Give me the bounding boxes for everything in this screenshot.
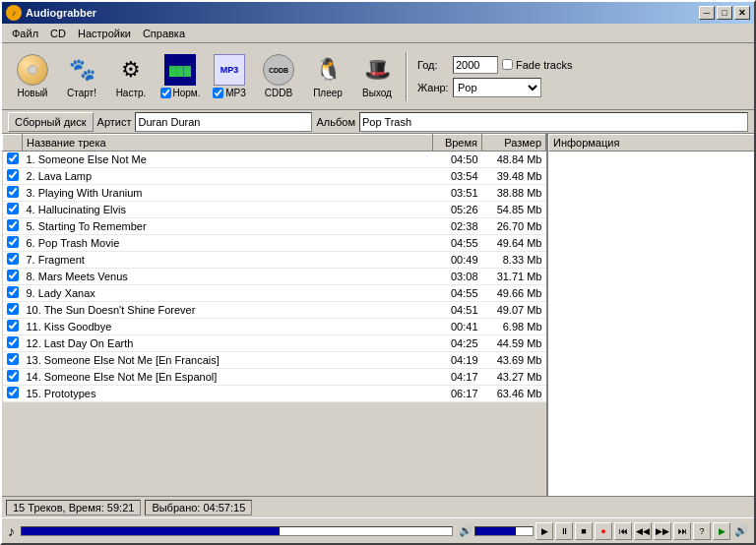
track-check-cell [3,269,23,285]
player-icon: 🐧 [312,54,344,86]
table-row[interactable]: 7. Fragment 00:49 8.33 Mb [3,252,546,269]
compilation-button[interactable]: Сборный диск [8,112,94,132]
pause-button[interactable]: ⏸ [555,522,573,540]
table-row[interactable]: 11. Kiss Goodbye 00:41 6.98 Mb [3,319,546,335]
maximize-button[interactable]: □ [717,6,732,20]
cddb-button[interactable]: CDDB CDDB [256,51,301,101]
player-button[interactable]: 🐧 Плеер [305,51,350,101]
prev-track-button[interactable]: ⏮ [614,522,632,540]
track-checkbox[interactable] [7,236,19,248]
scroll-area[interactable]: Название трека Время Размер 1. Someone E… [2,134,546,496]
menu-cd[interactable]: CD [44,26,72,41]
track-time: 04:19 [433,352,482,369]
track-check-cell [3,218,23,235]
new-button[interactable]: Новый [10,51,55,101]
table-row[interactable]: 2. Lava Lamp 03:54 39.48 Mb [3,168,546,185]
exit-button[interactable]: 🎩 Выход [354,51,400,101]
table-row[interactable]: 8. Mars Meets Venus 03:08 31.71 Mb [3,269,546,285]
cddb-label: CDDB [265,88,292,98]
artist-input[interactable] [135,112,312,132]
album-input[interactable] [359,112,748,132]
main-window: ♪ Audiograbber ─ □ ✕ Файл CD Настройки С… [0,0,756,545]
menu-help[interactable]: Справка [137,26,191,41]
menu-settings[interactable]: Настройки [72,26,137,41]
track-time: 04:17 [433,369,482,386]
track-size: 49.07 Mb [482,302,546,319]
arrow-button[interactable]: ▶ [713,522,730,540]
table-row[interactable]: 14. Someone Else Not Me [En Espanol] 04:… [3,369,546,386]
track-checkbox[interactable] [7,303,19,315]
next-button[interactable]: ▶▶ [654,522,671,540]
track-check-cell [3,168,23,185]
genre-row: Жанр: Pop Rock Jazz Classical Electronic [417,78,572,97]
track-checkbox[interactable] [7,370,19,382]
table-row[interactable]: 13. Someone Else Not Me [En Francais] 04… [3,352,546,369]
year-label: Год: [417,59,449,71]
table-row[interactable]: 1. Someone Else Not Me 04:50 48.84 Mb [3,151,546,168]
track-checkbox[interactable] [7,152,19,164]
track-checkbox[interactable] [7,286,19,298]
norm-button[interactable]: ▓▓▓ Норм. [158,51,203,101]
settings-label: Настр. [116,88,147,98]
record-button[interactable]: ● [595,522,612,540]
start-button[interactable]: 🐾 Старт! [59,51,104,101]
fade-label: Fade tracks [516,59,572,71]
table-row[interactable]: 12. Last Day On Earth 04:25 44.59 Mb [3,335,546,352]
app-icon: ♪ [6,5,22,21]
track-checkbox[interactable] [7,387,19,398]
volume-slider[interactable] [474,526,534,536]
table-row[interactable]: 10. The Sun Doesn't Shine Forever 04:51 … [3,302,546,319]
progress-bar[interactable] [21,526,453,536]
next-track-button[interactable]: ⏭ [673,522,691,540]
minimize-button[interactable]: ─ [699,6,715,20]
track-checkbox[interactable] [7,336,19,348]
track-size: 6.98 Mb [482,319,546,335]
mp3-checkbox[interactable] [213,88,223,98]
stop-button[interactable]: ■ [575,522,593,540]
track-size: 43.69 Mb [482,352,546,369]
info-bar: Сборный диск Артист Альбом [2,110,754,134]
fade-checkbox[interactable] [502,59,513,70]
table-row[interactable]: 9. Lady Xanax 04:55 49.66 Mb [3,285,546,302]
track-checkbox[interactable] [7,203,19,214]
settings-button[interactable]: ⚙ Настр. [108,51,154,101]
header-size: Размер [482,135,546,151]
year-input[interactable] [453,56,498,74]
menu-file[interactable]: Файл [6,26,44,41]
track-check-cell [3,151,23,168]
table-row[interactable]: 4. Hallucinating Elvis 05:26 54.85 Mb [3,202,546,218]
track-check-cell [3,302,23,319]
track-time: 04:50 [433,151,482,168]
track-checkbox[interactable] [7,169,19,181]
close-button[interactable]: ✕ [734,6,750,20]
track-name: 15. Prototypes [23,386,433,402]
track-checkbox[interactable] [7,219,19,231]
table-row[interactable]: 15. Prototypes 06:17 63.46 Mb [3,386,546,402]
music-note-icon: ♪ [8,523,15,539]
toolbar-separator [406,52,408,101]
table-row[interactable]: 5. Starting To Remember 02:38 26.70 Mb [3,218,546,235]
title-buttons: ─ □ ✕ [699,6,750,20]
settings-icon: ⚙ [115,54,147,86]
start-label: Старт! [67,88,96,98]
track-check-cell [3,185,23,202]
prev-button[interactable]: ◀◀ [634,522,652,540]
track-time: 04:51 [433,302,482,319]
genre-select[interactable]: Pop Rock Jazz Classical Electronic [453,78,541,97]
track-checkbox[interactable] [7,353,19,365]
norm-checkbox[interactable] [160,88,171,98]
track-checkbox[interactable] [7,186,19,198]
play-button[interactable]: ▶ [536,522,553,540]
track-check-cell [3,335,23,352]
toolbar-right: Год: Fade tracks Жанр: Pop Rock Jazz Cla… [417,56,572,97]
table-row[interactable]: 3. Playing With Uranium 03:51 38.88 Mb [3,185,546,202]
track-checkbox[interactable] [7,270,19,281]
question-button[interactable]: ? [693,522,711,540]
track-name: 6. Pop Trash Movie [23,235,433,252]
table-row[interactable]: 6. Pop Trash Movie 04:55 49.64 Mb [3,235,546,252]
track-checkbox[interactable] [7,253,19,265]
mp3-button[interactable]: MP3 MP3 [207,51,252,101]
norm-icon: ▓▓▓ [164,54,196,86]
track-checkbox[interactable] [7,320,19,332]
track-size: 54.85 Mb [482,202,546,218]
